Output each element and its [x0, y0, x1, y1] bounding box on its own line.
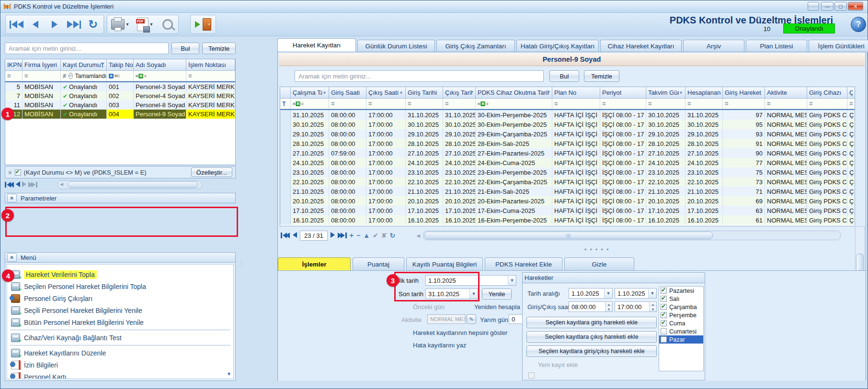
filter-cell-11[interactable]: = — [765, 99, 807, 109]
bottom-tab-puantaj[interactable]: Puantaj — [353, 257, 404, 270]
filter-cell-2[interactable]: ≠✔Tamamlandı — [61, 71, 107, 81]
rnav-cancel-icon[interactable]: ✘ — [381, 232, 387, 239]
column-header-0[interactable]: IKPNo — [5, 59, 23, 71]
activity-edit-button[interactable]: ✎ — [467, 314, 476, 324]
weekday-item-salı[interactable]: Salı — [659, 295, 703, 303]
exit-button[interactable] — [192, 16, 214, 33]
weekday-checkbox[interactable] — [661, 312, 667, 318]
personnel-row[interactable]: 5MOBİSAN✔Onaylandı001Personel-3 SoyadKAY… — [5, 82, 235, 91]
previous-record-button[interactable] — [26, 16, 45, 33]
personnel-row[interactable]: 7MOBİSAN✔Onaylandı002Personel-4 SoyadKAY… — [5, 91, 235, 100]
personnel-hscrollbar[interactable]: ◀ — [57, 180, 202, 189]
movement-row[interactable]: 27.10.202507:59:0017:00:0027.10.202527.1… — [280, 148, 855, 158]
collapse-parameters-button[interactable]: « — [7, 194, 17, 202]
date-to-combo[interactable]: 1.10.2025▼ — [615, 288, 657, 299]
rnav-refresh-icon[interactable]: ↻ — [389, 232, 395, 239]
rnav-append-icon[interactable]: + — [350, 232, 354, 239]
maximize-button[interactable]: ▢ — [834, 2, 847, 11]
refresh-button[interactable]: ↻ — [84, 16, 102, 33]
first-date-combo[interactable]: 1.10.2025▼ — [425, 275, 516, 286]
column-header-plan-no[interactable]: Plan No — [552, 87, 600, 99]
column-header-2[interactable]: Kayıt Durumu — [61, 59, 107, 71]
movement-row[interactable]: 30.10.202508:00:0017:00:0030.10.202530.1… — [280, 120, 855, 129]
column-header-4[interactable]: Adı Soyadı — [134, 59, 186, 71]
weekday-item-perşembe[interactable]: Perşembe — [659, 311, 703, 319]
tab-hatalı-giriş-çıkış-kayıtları[interactable]: Hatalı Giriş/Çıkış Kayıtları — [516, 40, 599, 52]
menu-item-7[interactable]: İzin Bilgileri — [7, 359, 233, 371]
personnel-find-button[interactable]: Bul — [171, 43, 199, 54]
tab-giriş-çıkış-zamanları[interactable]: Giriş Çıkış Zamanları — [436, 40, 515, 52]
rnav-first-button[interactable] — [281, 233, 290, 238]
tab-plan-listesi[interactable]: Plan Listesi — [746, 40, 807, 52]
rnav-previous-button[interactable] — [293, 232, 297, 239]
movements-find-button[interactable]: Bul — [549, 70, 579, 82]
menu-item-6[interactable]: Hareket Kayıtlarını Düzenle — [7, 347, 233, 359]
filter-cell-13[interactable]: = — [847, 99, 855, 109]
filter-funnel-icon[interactable] — [282, 101, 286, 106]
movement-row[interactable]: 23.10.202508:00:0017:00:0023.10.202523.1… — [280, 167, 855, 177]
filter-cell-8[interactable]: = — [646, 99, 685, 109]
weekday-checkbox[interactable] — [661, 296, 667, 302]
column-header-periyot[interactable]: Periyot — [600, 87, 646, 99]
bottom-tab-gizle[interactable]: Gizle — [564, 257, 634, 270]
tab-i-şlem-günlükleri[interactable]: İşlem Günlükleri — [809, 40, 868, 52]
personnel-row[interactable]: 11MOBİSAN✔Onaylandı003Personel-8 SoyadKA… — [5, 100, 235, 110]
filter-cell-4[interactable]: = — [443, 99, 476, 109]
menu-item-5[interactable]: Cihaz/Veri Kaynağı Bağlantı Test — [7, 332, 233, 344]
weekday-checkbox[interactable] — [661, 288, 667, 294]
print-button[interactable]: ▼ — [109, 16, 132, 33]
nav-next-button[interactable] — [22, 181, 26, 189]
bottom-tab-pdks-hareket-ekle[interactable]: PDKS Hareket Ekle — [485, 257, 562, 270]
time-in-spinner[interactable]: 08:00:00 ▲▼ — [569, 301, 613, 312]
column-header-çıkış-saati[interactable]: Çıkış Saati▼ — [366, 87, 406, 99]
personnel-row[interactable]: 12MOBİSAN✔Onaylandı004Personel-9 SoyadKA… — [5, 110, 235, 119]
menu-item-4[interactable]: Bütün Personel Hareket Bilgilerini Yenil… — [7, 316, 233, 328]
add-exit-movement-button[interactable]: Seçilen kayıtlara çıkış hareketi ekle — [526, 331, 657, 343]
close-button[interactable]: ✕ — [848, 2, 863, 11]
preview-button[interactable] — [159, 16, 177, 33]
weekday-checkbox[interactable] — [661, 304, 667, 310]
filter-cell-2[interactable]: = — [366, 99, 406, 109]
rnav-delete-icon[interactable]: − — [356, 232, 360, 239]
rnav-next-button[interactable] — [331, 232, 335, 239]
weekday-item-cuma[interactable]: Cuma — [659, 319, 703, 327]
movement-row[interactable]: 31.10.202508:00:0017:00:0031.10.202531.1… — [280, 110, 855, 120]
movement-row[interactable]: 29.10.202508:00:0017:00:0029.10.202529.1… — [280, 129, 855, 139]
filter-cell-1[interactable]: = — [23, 71, 61, 81]
movements-grid[interactable]: Çalışma Tari▼Giriş SaatiÇıkış Saati▼Giri… — [280, 87, 855, 226]
column-header-giriş-hareket-no[interactable]: Giriş Hareket No — [723, 87, 765, 99]
skin-button[interactable] — [808, 2, 819, 11]
weekday-checkbox[interactable] — [661, 320, 667, 326]
rnav-last-button[interactable] — [338, 233, 347, 238]
filter-cell-9[interactable]: = — [685, 99, 723, 109]
nav-first-button[interactable] — [5, 182, 14, 188]
help-button[interactable]: ? — [851, 17, 866, 32]
filter-cell-0[interactable]: = — [5, 71, 23, 81]
movement-row[interactable]: 20.10.202508:00:0017:00:0020.10.202520.1… — [280, 196, 855, 206]
movements-search-input[interactable] — [297, 72, 541, 80]
add-entry-movement-button[interactable]: Seçilen kayıtlara giriş hareketi ekle — [526, 317, 657, 328]
personnel-clear-button[interactable]: Temizle — [202, 43, 236, 54]
time-out-spinner[interactable]: 17:00:00 ▲▼ — [615, 301, 657, 312]
movement-row[interactable]: 22.10.202508:00:0017:00:0022.10.202522.1… — [280, 177, 855, 187]
column-header-ç[interactable]: Ç — [847, 87, 855, 99]
first-record-button[interactable] — [7, 16, 25, 33]
menu-item-2[interactable]: Personel Giriş Çıkışları — [7, 292, 233, 304]
column-header-giriş-saati[interactable]: Giriş Saati — [329, 87, 366, 99]
filter-cell-0[interactable]: aBc — [291, 99, 329, 109]
filter-cell-10[interactable]: = — [723, 99, 765, 109]
filter-close-icon[interactable]: × — [8, 169, 12, 176]
last-record-button[interactable] — [65, 16, 83, 33]
nav-previous-button[interactable] — [16, 181, 20, 189]
minimize-button[interactable]: — — [821, 2, 834, 11]
menu-item-1[interactable]: Seçilen Personel Hareket Bilgilerini Top… — [7, 280, 233, 292]
new-record-checkbox[interactable] — [528, 372, 535, 378]
menu-item-0[interactable]: Hareket Verilerini Topla — [7, 268, 233, 280]
rnav-post-icon[interactable]: ✔ — [373, 232, 378, 239]
refresh-dates-button[interactable]: Yenile — [482, 289, 512, 300]
collapse-menu-button[interactable]: « — [7, 253, 17, 262]
tab-hareket-kayıtları[interactable]: Hareket Kayıtları — [277, 38, 356, 52]
column-header-3[interactable]: Takip No — [107, 59, 134, 71]
filter-cell-6[interactable]: = — [552, 99, 600, 109]
column-header-giriş-tarihi[interactable]: Giriş Tarihi — [406, 87, 443, 99]
